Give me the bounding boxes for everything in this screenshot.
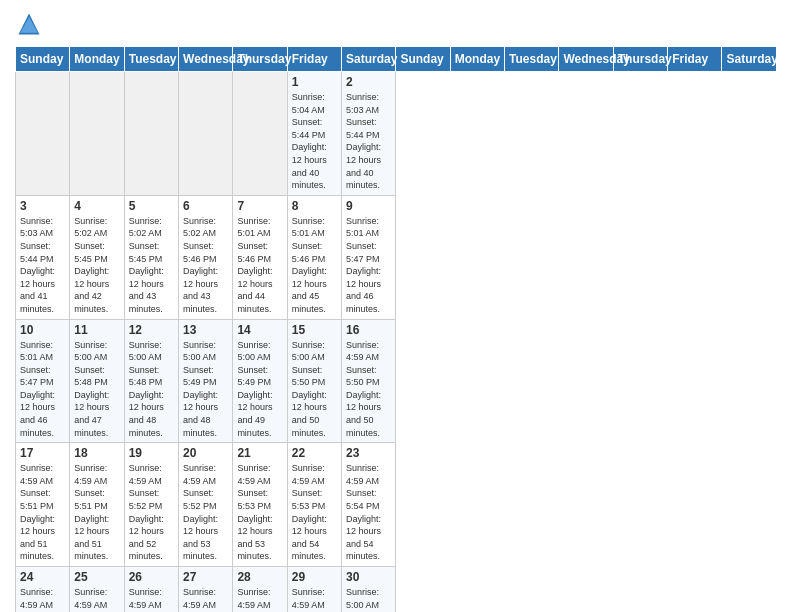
calendar-cell: 18Sunrise: 4:59 AMSunset: 5:51 PMDayligh…	[70, 443, 124, 567]
calendar-cell: 7Sunrise: 5:01 AMSunset: 5:46 PMDaylight…	[233, 195, 287, 319]
calendar-cell: 13Sunrise: 5:00 AMSunset: 5:49 PMDayligh…	[179, 319, 233, 443]
cell-info: Sunrise: 5:00 AMSunset: 5:49 PMDaylight:…	[183, 339, 228, 440]
day-number: 11	[74, 323, 119, 337]
cell-info: Sunrise: 4:59 AMSunset: 5:50 PMDaylight:…	[346, 339, 391, 440]
calendar-cell: 22Sunrise: 4:59 AMSunset: 5:53 PMDayligh…	[287, 443, 341, 567]
calendar-cell	[70, 72, 124, 196]
day-number: 22	[292, 446, 337, 460]
day-number: 4	[74, 199, 119, 213]
calendar-week-2: 3Sunrise: 5:03 AMSunset: 5:44 PMDaylight…	[16, 195, 777, 319]
weekday-header-tuesday: Tuesday	[124, 47, 178, 72]
day-number: 12	[129, 323, 174, 337]
cell-info: Sunrise: 4:59 AMSunset: 5:53 PMDaylight:…	[237, 462, 282, 563]
cell-info: Sunrise: 5:01 AMSunset: 5:47 PMDaylight:…	[346, 215, 391, 316]
calendar-cell: 23Sunrise: 4:59 AMSunset: 5:54 PMDayligh…	[342, 443, 396, 567]
cell-info: Sunrise: 4:59 AMSunset: 5:54 PMDaylight:…	[20, 586, 65, 612]
day-number: 13	[183, 323, 228, 337]
day-number: 5	[129, 199, 174, 213]
calendar-cell: 25Sunrise: 4:59 AMSunset: 5:55 PMDayligh…	[70, 567, 124, 613]
day-number: 15	[292, 323, 337, 337]
weekday-header-saturday: Saturday	[722, 47, 777, 72]
day-number: 2	[346, 75, 391, 89]
calendar-cell: 17Sunrise: 4:59 AMSunset: 5:51 PMDayligh…	[16, 443, 70, 567]
day-number: 9	[346, 199, 391, 213]
cell-info: Sunrise: 5:02 AMSunset: 5:46 PMDaylight:…	[183, 215, 228, 316]
calendar-cell: 11Sunrise: 5:00 AMSunset: 5:48 PMDayligh…	[70, 319, 124, 443]
cell-info: Sunrise: 5:04 AMSunset: 5:44 PMDaylight:…	[292, 91, 337, 192]
cell-info: Sunrise: 5:00 AMSunset: 5:50 PMDaylight:…	[292, 339, 337, 440]
cell-info: Sunrise: 5:03 AMSunset: 5:44 PMDaylight:…	[346, 91, 391, 192]
day-number: 21	[237, 446, 282, 460]
calendar-cell: 19Sunrise: 4:59 AMSunset: 5:52 PMDayligh…	[124, 443, 178, 567]
day-number: 24	[20, 570, 65, 584]
calendar-cell: 6Sunrise: 5:02 AMSunset: 5:46 PMDaylight…	[179, 195, 233, 319]
cell-info: Sunrise: 5:03 AMSunset: 5:44 PMDaylight:…	[20, 215, 65, 316]
cell-info: Sunrise: 4:59 AMSunset: 5:51 PMDaylight:…	[20, 462, 65, 563]
calendar-cell: 3Sunrise: 5:03 AMSunset: 5:44 PMDaylight…	[16, 195, 70, 319]
day-number: 23	[346, 446, 391, 460]
calendar-header-row: SundayMondayTuesdayWednesdayThursdayFrid…	[16, 47, 777, 72]
cell-info: Sunrise: 5:01 AMSunset: 5:47 PMDaylight:…	[20, 339, 65, 440]
calendar-cell: 5Sunrise: 5:02 AMSunset: 5:45 PMDaylight…	[124, 195, 178, 319]
weekday-header-wednesday: Wednesday	[559, 47, 613, 72]
calendar-cell: 16Sunrise: 4:59 AMSunset: 5:50 PMDayligh…	[342, 319, 396, 443]
logo-icon	[15, 10, 43, 38]
logo	[15, 10, 47, 38]
cell-info: Sunrise: 5:02 AMSunset: 5:45 PMDaylight:…	[129, 215, 174, 316]
day-number: 17	[20, 446, 65, 460]
weekday-header-monday: Monday	[450, 47, 504, 72]
calendar-cell: 4Sunrise: 5:02 AMSunset: 5:45 PMDaylight…	[70, 195, 124, 319]
day-number: 29	[292, 570, 337, 584]
weekday-header-sunday: Sunday	[16, 47, 70, 72]
calendar-cell: 1Sunrise: 5:04 AMSunset: 5:44 PMDaylight…	[287, 72, 341, 196]
day-number: 28	[237, 570, 282, 584]
calendar-cell: 10Sunrise: 5:01 AMSunset: 5:47 PMDayligh…	[16, 319, 70, 443]
calendar-cell: 12Sunrise: 5:00 AMSunset: 5:48 PMDayligh…	[124, 319, 178, 443]
calendar-week-3: 10Sunrise: 5:01 AMSunset: 5:47 PMDayligh…	[16, 319, 777, 443]
calendar-week-4: 17Sunrise: 4:59 AMSunset: 5:51 PMDayligh…	[16, 443, 777, 567]
calendar-cell: 20Sunrise: 4:59 AMSunset: 5:52 PMDayligh…	[179, 443, 233, 567]
calendar-cell: 28Sunrise: 4:59 AMSunset: 5:57 PMDayligh…	[233, 567, 287, 613]
day-number: 8	[292, 199, 337, 213]
day-number: 18	[74, 446, 119, 460]
weekday-header-tuesday: Tuesday	[505, 47, 559, 72]
day-number: 16	[346, 323, 391, 337]
cell-info: Sunrise: 4:59 AMSunset: 5:55 PMDaylight:…	[74, 586, 119, 612]
day-number: 7	[237, 199, 282, 213]
calendar-cell: 2Sunrise: 5:03 AMSunset: 5:44 PMDaylight…	[342, 72, 396, 196]
day-number: 26	[129, 570, 174, 584]
calendar-cell: 8Sunrise: 5:01 AMSunset: 5:46 PMDaylight…	[287, 195, 341, 319]
weekday-header-friday: Friday	[668, 47, 722, 72]
weekday-header-thursday: Thursday	[233, 47, 287, 72]
cell-info: Sunrise: 4:59 AMSunset: 5:52 PMDaylight:…	[183, 462, 228, 563]
cell-info: Sunrise: 4:59 AMSunset: 5:51 PMDaylight:…	[74, 462, 119, 563]
cell-info: Sunrise: 4:59 AMSunset: 5:54 PMDaylight:…	[346, 462, 391, 563]
cell-info: Sunrise: 4:59 AMSunset: 5:52 PMDaylight:…	[129, 462, 174, 563]
svg-marker-1	[20, 17, 38, 33]
day-number: 30	[346, 570, 391, 584]
calendar-cell	[124, 72, 178, 196]
day-number: 19	[129, 446, 174, 460]
cell-info: Sunrise: 5:00 AMSunset: 5:58 PMDaylight:…	[346, 586, 391, 612]
calendar-cell: 27Sunrise: 4:59 AMSunset: 5:56 PMDayligh…	[179, 567, 233, 613]
calendar-cell	[179, 72, 233, 196]
calendar-cell: 26Sunrise: 4:59 AMSunset: 5:55 PMDayligh…	[124, 567, 178, 613]
cell-info: Sunrise: 5:02 AMSunset: 5:45 PMDaylight:…	[74, 215, 119, 316]
calendar-cell	[16, 72, 70, 196]
calendar-cell: 29Sunrise: 4:59 AMSunset: 5:57 PMDayligh…	[287, 567, 341, 613]
day-number: 25	[74, 570, 119, 584]
weekday-header-thursday: Thursday	[613, 47, 667, 72]
calendar-cell: 9Sunrise: 5:01 AMSunset: 5:47 PMDaylight…	[342, 195, 396, 319]
cell-info: Sunrise: 5:00 AMSunset: 5:48 PMDaylight:…	[74, 339, 119, 440]
calendar-cell	[233, 72, 287, 196]
cell-info: Sunrise: 4:59 AMSunset: 5:55 PMDaylight:…	[129, 586, 174, 612]
calendar-cell: 15Sunrise: 5:00 AMSunset: 5:50 PMDayligh…	[287, 319, 341, 443]
page-header	[15, 10, 777, 38]
calendar-cell: 24Sunrise: 4:59 AMSunset: 5:54 PMDayligh…	[16, 567, 70, 613]
weekday-header-wednesday: Wednesday	[179, 47, 233, 72]
cell-info: Sunrise: 4:59 AMSunset: 5:56 PMDaylight:…	[183, 586, 228, 612]
calendar-week-1: 1Sunrise: 5:04 AMSunset: 5:44 PMDaylight…	[16, 72, 777, 196]
day-number: 14	[237, 323, 282, 337]
weekday-header-sunday: Sunday	[396, 47, 450, 72]
weekday-header-monday: Monday	[70, 47, 124, 72]
